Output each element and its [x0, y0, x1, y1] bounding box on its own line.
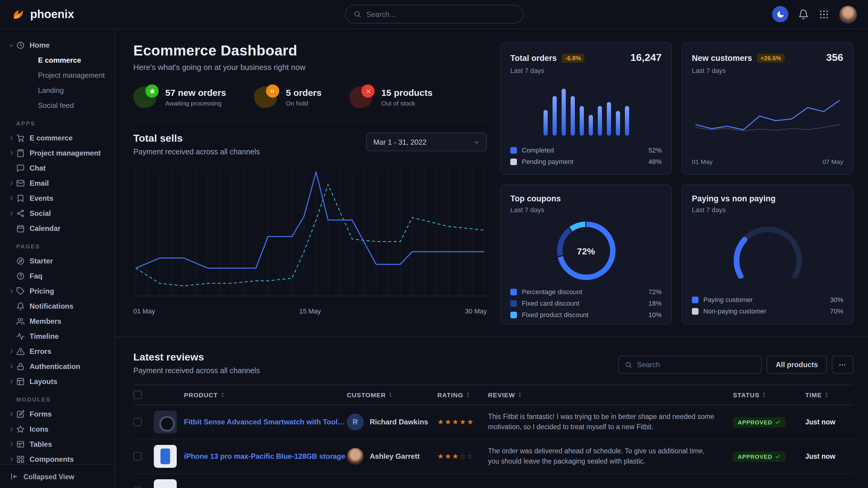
stat-item-awaiting-processing: 57 new ordersAwaiting processing	[133, 86, 226, 108]
theme-toggle-button[interactable]	[772, 6, 788, 22]
total-sells-header: Total sells Payment received across all …	[133, 133, 487, 156]
chevron-right-icon	[8, 288, 14, 294]
chevron-right-icon	[8, 363, 14, 369]
sidebar-item-email[interactable]: Email	[8, 175, 110, 191]
select-all-checkbox[interactable]	[133, 391, 142, 399]
caret-spacer	[8, 273, 14, 279]
sidebar-item-forms[interactable]: Forms	[8, 406, 110, 421]
chevron-right-icon	[8, 180, 14, 186]
reviews-search[interactable]	[618, 356, 762, 374]
collapse-icon	[10, 473, 18, 481]
legend-value: 18%	[648, 300, 662, 307]
sidebar-subitem-landing[interactable]: Landing	[8, 83, 110, 98]
sidebar-item-authentication[interactable]: Authentication	[8, 359, 110, 374]
collapsed-view-toggle[interactable]: Collapsed View	[0, 464, 115, 488]
chevron-down-icon	[473, 139, 479, 145]
customer-cell: Ashley Garrett	[347, 448, 437, 465]
stat-blob	[349, 86, 372, 108]
sidebar-item-errors[interactable]: Errors	[8, 344, 110, 359]
customer-name: Richard Dawkins	[370, 418, 428, 426]
user-avatar[interactable]	[839, 5, 857, 23]
column-label: STATUS	[733, 391, 760, 398]
reviews-search-input[interactable]	[637, 360, 755, 369]
reviews-controls: All products ⋯	[618, 356, 854, 374]
sidebar-item-notifications[interactable]: Notifications	[8, 298, 110, 314]
chevron-right-icon	[8, 210, 14, 216]
review-cell: The order was delivered ahead of schedul…	[488, 446, 733, 466]
sidebar-item-home[interactable]: Home	[8, 37, 110, 53]
product-link[interactable]: iPhone 13 pro max-Pacific Blue-128GB sto…	[184, 452, 345, 461]
global-search[interactable]	[345, 5, 523, 24]
sidebar-item-project-management[interactable]: Project management	[8, 145, 110, 160]
sidebar-item-faq[interactable]: Faq	[8, 268, 110, 283]
sidebar-item-components[interactable]: Components	[8, 452, 110, 464]
sidebar-item-pricing[interactable]: Pricing	[8, 283, 110, 298]
sidebar-item-timeline[interactable]: Timeline	[8, 329, 110, 344]
notifications-button[interactable]	[798, 9, 809, 20]
column-header-product[interactable]: PRODUCT▲▼	[154, 391, 347, 398]
column-header-rating[interactable]: RATING▲▼	[437, 391, 488, 398]
sidebar-subitem-social-feed[interactable]: Social feed	[8, 98, 110, 113]
sidebar-section-label-apps: APPS	[16, 120, 110, 127]
column-header-time[interactable]: TIME▲▼	[805, 391, 854, 398]
sidebar-item-events[interactable]: Events	[8, 191, 110, 205]
all-products-button[interactable]: All products	[767, 356, 827, 374]
stat-item-on-hold: 5 ordersOn hold	[254, 86, 321, 108]
apps-menu-button[interactable]	[818, 9, 829, 20]
product-link[interactable]: Fitbit Sense Advanced Smartwatch with To…	[184, 418, 347, 426]
new-customers-value: 356	[826, 52, 843, 64]
row-checkbox[interactable]	[133, 487, 142, 488]
global-search-input[interactable]	[367, 10, 515, 19]
product-thumbnail	[154, 479, 177, 488]
status-badge: APPROVED	[733, 417, 786, 427]
check-icon	[775, 454, 781, 459]
sidebar-item-starter[interactable]: Starter	[8, 253, 110, 268]
lock-icon	[16, 362, 25, 370]
legend-value: 30%	[830, 296, 843, 303]
date-range-value: Mar 1 - 31, 2022	[373, 138, 427, 146]
caret-spacer	[8, 318, 14, 324]
stat-caption: Awaiting processing	[165, 99, 226, 107]
sidebar-item-label: Chat	[30, 164, 45, 172]
sidebar-subitem-project-management[interactable]: Project management	[8, 67, 110, 83]
column-label: CUSTOMER	[347, 391, 386, 398]
bell-icon	[16, 302, 25, 310]
more-options-button[interactable]: ⋯	[832, 356, 854, 374]
sidebar-item-e-commerce[interactable]: E commerce	[8, 130, 110, 145]
sidebar-item-layouts[interactable]: Layouts	[8, 374, 110, 389]
timeline-icon	[16, 332, 25, 340]
product-cell: iPhone 13 pro max-Pacific Blue-128GB sto…	[154, 445, 347, 468]
total-sells-x-axis: 01 May 15 May 30 May	[133, 307, 487, 315]
sidebar-item-chat[interactable]: Chat	[8, 160, 110, 175]
row-checkbox-cell	[133, 452, 154, 461]
column-header-customer[interactable]: CUSTOMER▲▼	[347, 391, 437, 398]
sidebar-item-tables[interactable]: Tables	[8, 436, 110, 452]
legend-row-non-paying-customer: Non-paying customer70%	[692, 307, 843, 315]
row-checkbox[interactable]	[133, 452, 142, 461]
column-header-status[interactable]: STATUS▲▼	[733, 391, 805, 398]
sidebar-subitem-e-commerce[interactable]: E commerce	[8, 53, 110, 67]
sort-icon: ▲▼	[763, 392, 766, 398]
brand[interactable]: phoenix	[11, 7, 74, 22]
card-period: Last 7 days	[692, 67, 843, 74]
latest-reviews-section: Latest reviews Payment received across a…	[115, 336, 868, 488]
sidebar-item-label: Calendar	[30, 224, 61, 232]
total-orders-legend: Completed52%Pending payment48%	[510, 147, 662, 165]
layout-icon	[16, 377, 25, 386]
date-range-select[interactable]: Mar 1 - 31, 2022	[366, 133, 487, 151]
sidebar-item-members[interactable]: Members	[8, 314, 110, 329]
sidebar-item-social[interactable]: Social	[8, 205, 110, 221]
row-checkbox[interactable]	[133, 418, 142, 426]
sidebar-item-label: Authentication	[30, 362, 80, 370]
star-icon: ☆	[460, 452, 467, 461]
stat-blob	[254, 86, 277, 108]
sidebar-item-icons[interactable]: Icons	[8, 421, 110, 436]
sidebar-item-label: Social	[30, 209, 51, 217]
column-header-review[interactable]: REVIEW▲▼	[488, 391, 733, 398]
legend-label: Paying customer	[703, 296, 753, 303]
sidebar-item-calendar[interactable]: Calendar	[8, 221, 110, 236]
total-orders-badge: -6.8%	[562, 53, 585, 62]
dashboard-cards-grid: Total orders -6.8% 16,247 Last 7 days Co…	[500, 42, 854, 324]
x-solid-icon	[361, 85, 375, 98]
legend-swatch	[510, 158, 517, 165]
